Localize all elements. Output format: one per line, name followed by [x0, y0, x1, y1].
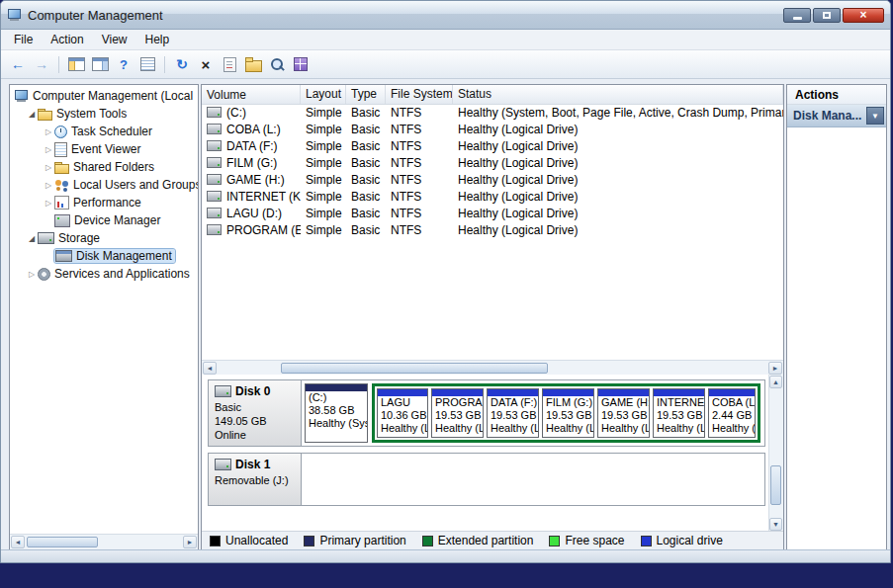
- maximize-button[interactable]: [813, 8, 841, 23]
- column-volume[interactable]: Volume: [202, 85, 301, 104]
- disk-1-partitions[interactable]: [302, 454, 764, 505]
- volume-name: DATA (F:): [226, 139, 278, 153]
- scrollbar-thumb[interactable]: [281, 363, 548, 374]
- column-layout[interactable]: Layout: [301, 85, 346, 104]
- tree-item-services-and-applications[interactable]: ▷ Services and Applications: [10, 265, 198, 283]
- volume-layout: Simple: [301, 106, 346, 120]
- volume-row-lagu[interactable]: LAGU (D:) Simple Basic NTFS Healthy (Log…: [202, 205, 783, 221]
- volume-row-internet[interactable]: INTERNET (K:) Simple Basic NTFS Healthy …: [202, 188, 783, 205]
- tree-horizontal-scrollbar[interactable]: ◄ ►: [10, 534, 198, 549]
- tree-item-system-tools[interactable]: ◢ System Tools: [10, 105, 198, 123]
- tree-item-label: Performance: [73, 196, 141, 210]
- partition-c[interactable]: (C:) 38.58 GB Healthy (System, Boot, Pag…: [305, 383, 368, 443]
- show-action-pane-icon[interactable]: [89, 53, 111, 75]
- tree-item-computer-management[interactable]: Computer Management (Local: [10, 87, 198, 105]
- grid-icon[interactable]: [290, 53, 312, 75]
- help-icon[interactable]: ?: [113, 53, 134, 75]
- show-console-tree-icon[interactable]: [65, 53, 87, 75]
- tree-item-local-users-and-groups[interactable]: ▷ Local Users and Groups: [10, 176, 198, 194]
- partition-program[interactable]: PROGRAM (E:) 19.53 GB Healthy (Logical D…: [431, 388, 484, 438]
- partition-internet[interactable]: INTERNET (K:) 19.53 GB Healthy (Logical …: [653, 388, 705, 438]
- minimize-button[interactable]: [783, 8, 811, 23]
- scroll-left-arrow-icon[interactable]: ◄: [203, 362, 217, 375]
- volume-status: Healthy (Logical Drive): [453, 173, 783, 187]
- properties-icon[interactable]: [219, 53, 240, 75]
- forward-icon[interactable]: →: [31, 53, 52, 75]
- storage-icon: [38, 232, 54, 244]
- disk-icon: [215, 459, 231, 470]
- section-collapse-button[interactable]: ▼: [866, 107, 884, 125]
- volume-status: Healthy (Logical Drive): [453, 223, 783, 237]
- tree-item-device-manager[interactable]: Device Manager: [10, 211, 198, 229]
- volume-row-game[interactable]: GAME (H:) Simple Basic NTFS Healthy (Log…: [202, 171, 783, 188]
- scroll-up-arrow-icon[interactable]: ▲: [769, 376, 782, 388]
- title-bar[interactable]: Computer Management ×: [1, 1, 890, 30]
- disk-management-pane: Volume Layout Type File System Status (C…: [201, 84, 784, 550]
- back-icon[interactable]: ←: [7, 53, 29, 75]
- refresh-icon[interactable]: ↻: [171, 53, 193, 75]
- list-horizontal-scrollbar[interactable]: ◄ ►: [202, 360, 783, 376]
- search-icon[interactable]: [266, 53, 288, 75]
- volume-icon: [207, 107, 222, 118]
- expander-icon[interactable]: ◢: [26, 110, 38, 119]
- column-type[interactable]: Type: [346, 85, 386, 104]
- menu-file[interactable]: File: [5, 31, 42, 48]
- volume-row-data[interactable]: DATA (F:) Simple Basic NTFS Healthy (Log…: [202, 137, 783, 154]
- tree-item-label: Disk Management: [76, 249, 172, 263]
- column-file-system[interactable]: File System: [386, 85, 453, 104]
- tree-item-task-scheduler[interactable]: ▷ Task Scheduler: [10, 123, 198, 140]
- scroll-left-arrow-icon[interactable]: ◄: [11, 536, 25, 548]
- disk-1-header[interactable]: Disk 1 Removable (J:): [209, 454, 302, 505]
- partition-game[interactable]: GAME (H:) 19.53 GB Healthy (Logical Driv…: [597, 388, 650, 438]
- partition-film[interactable]: FILM (G:) 19.53 GB Healthy (Logical Driv…: [542, 388, 594, 438]
- graphical-view: Disk 0 Basic 149.05 GB Online (C:) 38.58…: [202, 375, 783, 532]
- tree-item-label: System Tools: [56, 107, 127, 121]
- volume-row-coba[interactable]: COBA (L:) Simple Basic NTFS Healthy (Log…: [202, 121, 783, 137]
- tree-item-disk-management[interactable]: Disk Management: [10, 247, 198, 265]
- tree-item-label: Event Viewer: [71, 142, 140, 156]
- expander-icon[interactable]: ▷: [43, 199, 54, 208]
- export-list-icon[interactable]: [136, 53, 158, 75]
- open-folder-icon[interactable]: [242, 53, 264, 75]
- column-status[interactable]: Status: [453, 85, 783, 104]
- graph-vertical-scrollbar[interactable]: ▲ ▼: [768, 375, 783, 532]
- partition-data[interactable]: DATA (F:) 19.53 GB Healthy (Logical Driv…: [487, 388, 539, 438]
- scrollbar-thumb[interactable]: [770, 465, 781, 505]
- tree-item-performance[interactable]: ▷ Performance: [10, 194, 198, 211]
- partition-coba[interactable]: COBA (L:) 2.44 GB Healthy (Logical Drive…: [708, 388, 756, 438]
- delete-icon[interactable]: ×: [195, 53, 217, 75]
- volume-fs: NTFS: [386, 139, 453, 153]
- volume-layout: Simple: [301, 173, 346, 187]
- expander-icon[interactable]: ◢: [26, 234, 38, 243]
- disk-state: Online: [215, 428, 295, 442]
- scrollbar-thumb[interactable]: [27, 537, 98, 547]
- tree-item-shared-folders[interactable]: ▷ Shared Folders: [10, 158, 198, 176]
- close-button[interactable]: ×: [843, 8, 884, 23]
- volume-layout: Simple: [301, 123, 346, 136]
- expander-icon[interactable]: ▷: [43, 127, 54, 136]
- expander-icon[interactable]: ▷: [26, 270, 38, 279]
- partition-label: FILM (G:): [543, 396, 593, 409]
- volume-row-program[interactable]: PROGRAM (E:) Simple Basic NTFS Healthy (…: [202, 221, 783, 238]
- volume-list: (C:) Simple Basic NTFS Healthy (System, …: [202, 104, 783, 360]
- logical-drive-color-bar: [488, 389, 538, 396]
- volume-row-c[interactable]: (C:) Simple Basic NTFS Healthy (System, …: [202, 104, 783, 121]
- expander-icon[interactable]: ▷: [43, 145, 54, 154]
- expander-icon[interactable]: ▷: [43, 181, 54, 190]
- tree-item-storage[interactable]: ◢ Storage: [10, 229, 198, 247]
- expander-icon[interactable]: ▷: [43, 163, 54, 172]
- scroll-right-arrow-icon[interactable]: ►: [183, 536, 197, 548]
- tree-item-event-viewer[interactable]: ▷ Event Viewer: [10, 140, 198, 158]
- tree-item-label: Device Manager: [74, 213, 160, 227]
- actions-section-disk-management[interactable]: Disk Mana... ▼: [787, 105, 886, 127]
- menu-view[interactable]: View: [93, 31, 136, 48]
- scroll-right-arrow-icon[interactable]: ►: [768, 362, 782, 375]
- menu-help[interactable]: Help: [136, 31, 179, 48]
- volume-fs: NTFS: [386, 156, 453, 170]
- volume-row-film[interactable]: FILM (G:) Simple Basic NTFS Healthy (Log…: [202, 154, 783, 171]
- volume-fs: NTFS: [386, 223, 453, 237]
- disk-0-header[interactable]: Disk 0 Basic 149.05 GB Online: [209, 380, 302, 446]
- menu-action[interactable]: Action: [42, 31, 92, 48]
- scroll-down-arrow-icon[interactable]: ▼: [769, 518, 782, 531]
- partition-lagu[interactable]: LAGU 10.36 GB Healthy (Logical Drive): [377, 388, 428, 438]
